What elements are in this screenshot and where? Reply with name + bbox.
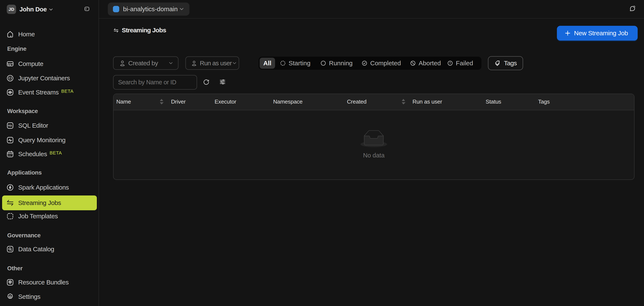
svg-text:SQL: SQL — [8, 124, 12, 127]
